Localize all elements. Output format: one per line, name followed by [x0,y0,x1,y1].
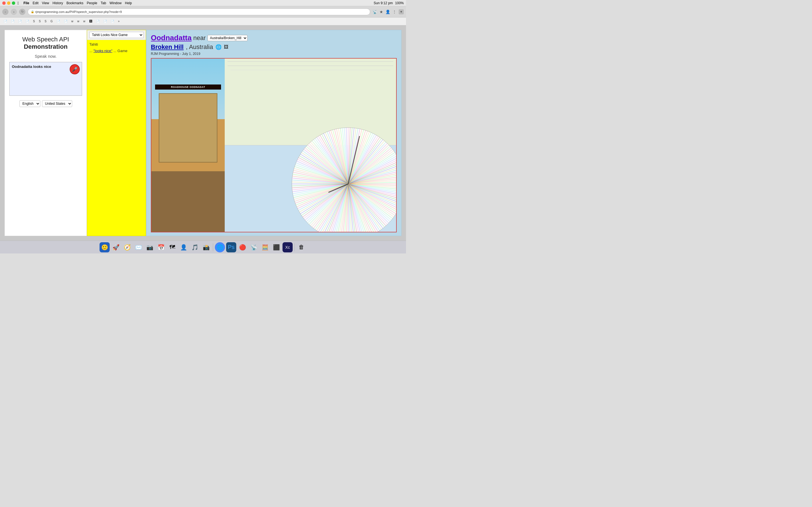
bookmark-17[interactable]: 📄 [109,19,116,23]
new-tab-button[interactable]: + [399,9,404,14]
forward-button[interactable]: › [11,9,17,15]
dock-filezilla[interactable]: 📡 [249,242,259,252]
menu-people[interactable]: Tab [101,1,106,5]
right-subtitle: Broken Hill , Australia 🌐 🖼 [151,43,397,51]
status-battery: 100% [395,1,404,5]
middle-panel: Tahiti Looks Nice Game Tahiti ... "looks… [87,30,146,236]
dock-chrome[interactable]: 🌐 [215,242,225,252]
dock-finder[interactable]: 🙂 [100,242,110,252]
roadhouse-photo: ROADHOUSE OODNADAT [151,59,225,232]
bookmark-1[interactable]: 📄 [2,19,8,23]
speech-input-area: Oodnadatta looks nice 🎤 [9,62,82,96]
status-time: Sun 9:12 pm [373,1,393,5]
refresh-button[interactable]: ↻ [19,9,26,15]
dock-separator-1 [213,243,213,251]
bookmark-15[interactable]: 📄 [95,19,101,23]
game-phrase-suffix: ... Game [113,49,128,53]
menu-bookmarks[interactable]: People [87,1,97,5]
right-header: Oodnadatta near Australia/Broken_Hill [151,34,397,42]
bookmark-icon[interactable]: ★ [379,10,383,14]
mic-icon: 🎤 [72,67,78,72]
dock-maps[interactable]: 🗺 [167,242,177,252]
globe-icon: 🌐 [215,44,221,50]
content-area: Web Speech API Demonstration Speak now. … [0,25,406,240]
menu-icon[interactable]: ⋮ [393,10,396,14]
bookmark-3[interactable]: 📄 [17,19,23,23]
speech-text-display: Oodnadatta looks nice [12,64,51,69]
menu-history[interactable]: Bookmarks [66,1,84,5]
language-select[interactable]: English [19,100,40,107]
bookmark-16[interactable]: 📄 [102,19,108,23]
bookmark-9[interactable]: 📄 [55,19,61,23]
apple-menu[interactable]:  [17,1,19,5]
broken-hill-link[interactable]: Broken Hill [151,43,184,51]
bookmark-12[interactable]: w [76,19,81,23]
bookmark-4[interactable]: 📄 [24,19,31,23]
game-phrase-link[interactable]: "looks nice" [93,49,112,53]
map-area [225,59,396,232]
region-select[interactable]: United States [42,100,72,107]
game-phrase-ellipsis: ... [89,49,93,53]
dock-calendar[interactable]: 📅 [156,242,166,252]
subtitle-rest: , Australia [186,43,213,51]
bookmark-6[interactable]: S [38,19,42,23]
bookmark-10[interactable]: 📄 [63,19,69,23]
game-header: Tahiti Looks Nice Game [87,30,146,40]
roadhouse-sign: ROADHOUSE OODNADAT [155,84,221,90]
toolbar-icons: 📡 ★ 👤 ⋮ + [372,9,404,14]
bookmark-7[interactable]: S [43,19,48,23]
traffic-lights [2,1,15,5]
dock-mail[interactable]: ✉️ [133,242,144,252]
mic-button[interactable]: 🎤 [70,64,80,74]
dock-contacts[interactable]: 👤 [179,242,189,252]
menu-edit[interactable]: View [42,1,49,5]
dock-photos[interactable]: 📸 [201,242,211,252]
roadhouse-photo-inner: ROADHOUSE OODNADAT [151,59,225,232]
menubar-left:  File Edit View History Bookmarks Peopl… [17,1,135,5]
bookmark-13[interactable]: w [82,19,87,23]
menubar-right: Sun 9:12 pm 100% [373,1,404,5]
right-panel: Oodnadatta near Australia/Broken_Hill Br… [146,30,402,236]
profile-icon[interactable]: 👤 [386,10,390,14]
bookmark-5[interactable]: S [32,19,36,23]
game-select[interactable]: Tahiti Looks Nice Game [89,32,144,38]
dock-term[interactable]: ⬛ [271,242,282,252]
dock-xcode[interactable]: Xc [283,242,293,252]
dock-ps[interactable]: Ps [226,242,236,252]
url-text: rjmprogramming.com.au/PHP/speech_supervi… [35,10,122,13]
menu-tab[interactable]: Window [109,1,121,5]
right-credit: RJM Programming - July 1, 2019 [151,52,397,56]
timezone-select[interactable]: Australia/Broken_Hill [207,35,248,41]
dock-safari[interactable]: 🧭 [122,242,132,252]
bookmark-more[interactable]: » [117,19,121,23]
menu-chrome[interactable]: File [23,1,29,5]
dock-wolfram[interactable]: 🧮 [260,242,270,252]
dock-music[interactable]: 🎵 [190,242,200,252]
dock: 🙂 🚀 🧭 ✉️ 📷 📅 🗺 👤 🎵 📸 🌐 Ps 🔴 📡 🧮 ⬛ Xc 🗑 [0,240,406,253]
panel-title-text: Web Speech API Demonstration [22,36,69,50]
address-bar[interactable]: 🔒 rjmprogramming.com.au/PHP/speech_super… [28,8,370,15]
back-button[interactable]: ‹ [2,9,8,15]
game-location: Tahiti [89,42,144,47]
dock-facetime[interactable]: 📷 [145,242,155,252]
menu-view[interactable]: History [52,1,63,5]
bookmarks-bar: 📄 📄 📄 📄 S S S G 📄 📄 w w w 🅰 📄 📄 📄 » [0,17,406,25]
browser-toolbar: ‹ › ↻ 🔒 rjmprogramming.com.au/PHP/speech… [0,6,406,17]
minimize-button[interactable] [7,1,10,5]
right-images-area: ROADHOUSE OODNADAT [151,58,397,232]
dock-launchpad[interactable]: 🚀 [111,242,121,252]
close-button[interactable] [2,1,6,5]
cast-icon[interactable]: 📡 [372,10,377,14]
left-panel: Web Speech API Demonstration Speak now. … [4,30,87,236]
bookmark-8[interactable]: G [49,19,54,23]
dock-tor[interactable]: 🔴 [238,242,248,252]
bookmark-11[interactable]: w [70,19,75,23]
right-title-near: near [193,34,206,42]
menu-file[interactable]: Edit [33,1,39,5]
menu-window[interactable]: Help [125,1,132,5]
dock-trash[interactable]: 🗑 [296,242,306,252]
speak-now-label: Speak now. [35,54,57,59]
bookmark-14[interactable]: 🅰 [88,19,94,23]
maximize-button[interactable] [12,1,15,5]
bookmark-2[interactable]: 📄 [10,19,16,23]
